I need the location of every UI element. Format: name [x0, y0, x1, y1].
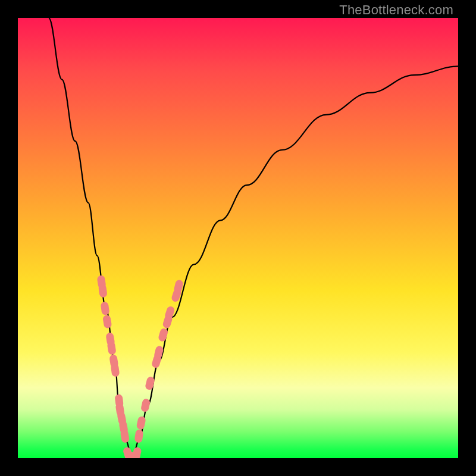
sample-point: [101, 302, 110, 316]
curve-layer: [18, 18, 458, 458]
sample-point: [102, 315, 112, 329]
chart-frame: TheBottleneck.com: [0, 0, 476, 476]
sample-point: [107, 341, 116, 355]
sample-point: [140, 398, 151, 412]
sample-point: [98, 284, 108, 298]
sample-point: [111, 363, 120, 377]
sample-point: [134, 429, 144, 443]
plot-area: [18, 18, 458, 458]
sample-point: [120, 429, 130, 443]
watermark-text: TheBottleneck.com: [339, 2, 453, 18]
bottleneck-curve: [49, 18, 458, 458]
